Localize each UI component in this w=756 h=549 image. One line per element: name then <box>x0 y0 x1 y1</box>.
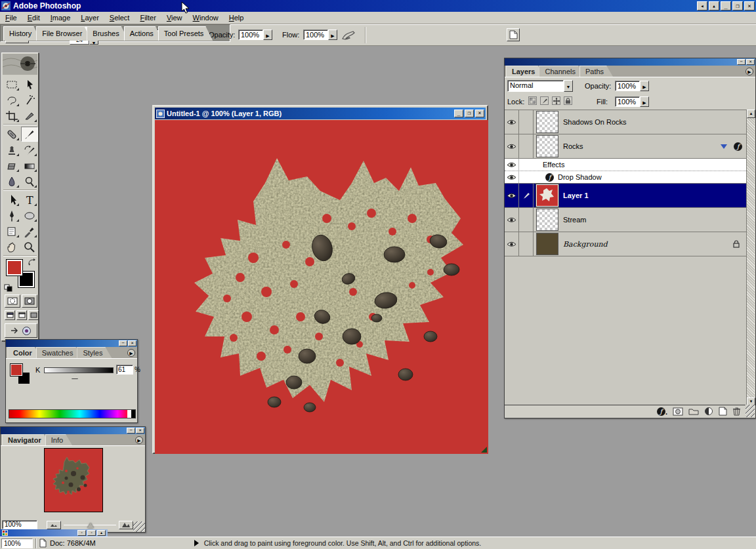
status-zoom-input[interactable]: 100% <box>1 539 33 548</box>
visibility-toggle[interactable] <box>505 184 519 207</box>
scroll-up-button[interactable]: ▲ <box>747 110 755 118</box>
tab-swatches[interactable]: Swatches <box>36 347 83 358</box>
add-layer-style-button[interactable]: ƒ. <box>657 407 667 416</box>
slice-tool[interactable] <box>21 108 38 123</box>
doc-maximize-button[interactable]: ❐ <box>465 110 474 117</box>
file-browser-toggle-button[interactable] <box>507 28 520 41</box>
opacity-arrow-button[interactable] <box>263 30 272 40</box>
link-column[interactable] <box>519 208 534 232</box>
quick-mask-mode-button[interactable] <box>22 295 37 308</box>
healing-brush-tool[interactable] <box>3 127 20 142</box>
new-adjustment-layer-button[interactable] <box>704 407 713 416</box>
blend-mode-dropdown-button[interactable] <box>564 80 573 92</box>
palette-close-button[interactable]: × <box>136 428 144 434</box>
layers-opacity-arrow[interactable] <box>640 81 649 91</box>
visibility-toggle[interactable] <box>505 110 519 134</box>
layer-name[interactable]: Background <box>563 240 733 249</box>
doc-minimize-button[interactable]: _ <box>454 110 463 117</box>
flow-control[interactable]: 100% <box>303 30 337 40</box>
color-spectrum-ramp[interactable] <box>9 409 136 418</box>
visibility-toggle[interactable] <box>505 159 519 171</box>
navigator-zoom-slider[interactable] <box>64 521 116 529</box>
standard-mode-button[interactable] <box>5 295 20 308</box>
doc-size-info[interactable]: Doc: 768K/4M <box>50 539 96 547</box>
standard-screen-mode-button[interactable] <box>5 310 15 320</box>
menu-filter[interactable]: Filter <box>135 12 161 24</box>
navigator-zoom-input[interactable]: 100% <box>2 520 37 529</box>
palette-close-button[interactable]: × <box>128 340 136 346</box>
dodge-tool[interactable] <box>21 174 38 189</box>
navigator-palette-titlebar[interactable]: − × <box>1 427 145 434</box>
tab-history[interactable]: History <box>3 26 41 41</box>
layer-name[interactable]: Layer 1 <box>563 192 589 199</box>
notes-tool[interactable] <box>3 224 20 239</box>
k-slider[interactable] <box>44 367 114 373</box>
menu-layer[interactable]: Layer <box>75 12 104 24</box>
swap-colors-icon[interactable] <box>27 258 37 267</box>
clone-stamp-tool[interactable] <box>3 142 20 157</box>
palette-minimize-button[interactable]: − <box>737 59 746 65</box>
layer-thumbnail[interactable] <box>536 111 558 133</box>
palette-menu-button[interactable] <box>746 68 753 75</box>
k-slider-marker[interactable] <box>72 373 78 378</box>
marquee-tool[interactable] <box>3 77 20 92</box>
lock-all-button[interactable] <box>564 96 572 105</box>
minimize-button[interactable]: _ <box>721 1 731 10</box>
tab-layers[interactable]: Layers <box>506 66 544 77</box>
layer-thumbnail[interactable] <box>536 184 558 207</box>
lock-pixels-button[interactable] <box>540 96 549 105</box>
layer-thumbnail[interactable] <box>536 233 558 255</box>
palette-close-button[interactable]: × <box>746 59 755 65</box>
eraser-tool[interactable] <box>3 158 20 173</box>
layer-thumbnail[interactable] <box>536 209 558 231</box>
visibility-toggle[interactable] <box>505 134 519 158</box>
layer-row-stream[interactable]: Stream <box>505 208 747 232</box>
effect-row-drop-shadow[interactable]: ƒ Drop Shadow <box>505 171 747 184</box>
foreground-color-swatch[interactable] <box>10 363 23 376</box>
lock-position-button[interactable] <box>552 96 560 105</box>
menu-image[interactable]: Image <box>45 12 76 24</box>
document-resize-grip[interactable] <box>481 447 487 453</box>
palette-minimize-button[interactable]: − <box>127 428 135 434</box>
layer-effects-icon[interactable]: ƒ <box>734 142 742 151</box>
layer-row-layer-1[interactable]: Layer 1 <box>505 184 747 208</box>
menu-file[interactable]: File <box>0 12 22 24</box>
palette-minimize-button[interactable]: − <box>119 340 127 346</box>
shape-tool[interactable] <box>21 208 38 223</box>
color-palette-titlebar[interactable]: − × <box>6 340 137 347</box>
foreground-color-swatch[interactable] <box>6 259 23 276</box>
brush-tool-selected[interactable] <box>21 127 38 142</box>
gradient-tool[interactable] <box>21 158 38 173</box>
navigator-thumbnail[interactable] <box>44 448 103 512</box>
crop-tool[interactable] <box>3 108 20 123</box>
zoom-tool[interactable] <box>21 239 38 254</box>
menu-help[interactable]: Help <box>224 12 249 24</box>
opacity-control[interactable]: 100% <box>238 30 272 40</box>
doc-close-button[interactable]: × <box>475 110 484 117</box>
type-tool[interactable]: T <box>21 192 38 207</box>
layer-row-shadows-on-rocks[interactable]: Shadows On Rocks <box>505 110 747 134</box>
lock-transparency-button[interactable] <box>528 96 537 105</box>
tab-brushes[interactable]: Brushes <box>87 26 128 41</box>
restore-button[interactable]: ❐ <box>732 1 743 10</box>
new-layer-set-button[interactable] <box>688 407 699 415</box>
toolbox-header-image[interactable] <box>3 54 37 75</box>
magic-wand-tool[interactable] <box>21 92 38 108</box>
link-column[interactable] <box>519 110 534 134</box>
path-selection-tool[interactable] <box>3 192 20 207</box>
history-brush-tool[interactable] <box>21 142 38 157</box>
blur-tool[interactable] <box>3 174 20 189</box>
document-titlebar[interactable]: Untitled-1 @ 100% (Layer 1, RGB) _ ❐ × <box>155 108 486 119</box>
lasso-tool[interactable] <box>3 92 20 108</box>
hidden-restore-button[interactable]: ▫ <box>87 530 96 536</box>
tab-file-browser[interactable]: File Browser <box>36 26 91 41</box>
visibility-toggle[interactable] <box>505 208 519 232</box>
tab-paths[interactable]: Paths <box>579 66 613 77</box>
effects-header-row[interactable]: Effects <box>505 159 747 171</box>
link-column[interactable] <box>519 232 534 256</box>
layer-name[interactable]: Stream <box>563 216 586 224</box>
move-tool[interactable] <box>21 77 38 92</box>
layer-row-rocks[interactable]: Rocks ƒ <box>505 134 747 159</box>
k-value-input[interactable]: 61 <box>116 365 133 375</box>
layers-scrollbar[interactable]: ▲ ▼ <box>746 110 755 406</box>
